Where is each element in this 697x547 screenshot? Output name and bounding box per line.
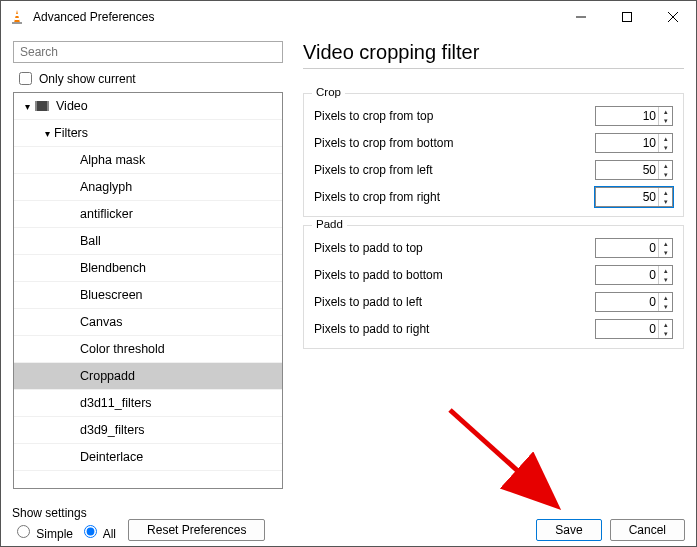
video-icon bbox=[34, 98, 50, 114]
padd-bottom-input[interactable] bbox=[596, 267, 658, 283]
padd-left-label: Pixels to padd to left bbox=[314, 295, 595, 309]
tree-filter-item[interactable]: Bluescreen bbox=[14, 282, 282, 309]
tree-filter-item-label: Anaglyph bbox=[80, 180, 132, 194]
tree-filter-item[interactable]: Color threshold bbox=[14, 336, 282, 363]
svg-rect-8 bbox=[35, 101, 49, 111]
padd-bottom-spinner[interactable]: ▴▾ bbox=[595, 265, 673, 285]
svg-rect-10 bbox=[47, 101, 49, 111]
padd-left-input[interactable] bbox=[596, 294, 658, 310]
crop-left-label: Pixels to crop from left bbox=[314, 163, 595, 177]
maximize-button[interactable] bbox=[604, 1, 650, 33]
spinner-arrows[interactable]: ▴▾ bbox=[658, 134, 672, 152]
search-input[interactable] bbox=[13, 41, 283, 63]
tree-filter-item[interactable]: Blendbench bbox=[14, 255, 282, 282]
footer: Show settings Simple All Reset Preferenc… bbox=[12, 506, 685, 541]
close-button[interactable] bbox=[650, 1, 696, 33]
tree-filter-item-label: Alpha mask bbox=[80, 153, 145, 167]
tree-node-video-label: Video bbox=[56, 99, 88, 113]
padd-group: Padd Pixels to padd to top ▴▾ Pixels to … bbox=[303, 225, 684, 349]
save-button[interactable]: Save bbox=[536, 519, 601, 541]
minimize-button[interactable] bbox=[558, 1, 604, 33]
svg-rect-2 bbox=[15, 18, 20, 20]
padd-right-input[interactable] bbox=[596, 321, 658, 337]
crop-bottom-input[interactable] bbox=[596, 135, 658, 151]
tree-filter-item[interactable]: Canvas bbox=[14, 309, 282, 336]
spinner-arrows[interactable]: ▴▾ bbox=[658, 161, 672, 179]
radio-simple[interactable]: Simple bbox=[12, 522, 73, 541]
crop-top-label: Pixels to crop from top bbox=[314, 109, 595, 123]
padd-bottom-label: Pixels to padd to bottom bbox=[314, 268, 595, 282]
padd-right-spinner[interactable]: ▴▾ bbox=[595, 319, 673, 339]
chevron-down-icon: ▾ bbox=[20, 101, 34, 112]
tree-filter-item[interactable]: Ball bbox=[14, 228, 282, 255]
crop-bottom-label: Pixels to crop from bottom bbox=[314, 136, 595, 150]
crop-bottom-spinner[interactable]: ▴▾ bbox=[595, 133, 673, 153]
spinner-arrows[interactable]: ▴▾ bbox=[658, 293, 672, 311]
tree-filter-item-label: d3d9_filters bbox=[80, 423, 145, 437]
chevron-down-icon: ▾ bbox=[40, 128, 54, 139]
show-settings-label: Show settings bbox=[12, 506, 116, 520]
crop-left-spinner[interactable]: ▴▾ bbox=[595, 160, 673, 180]
tree-filter-item-label: Canvas bbox=[80, 315, 122, 329]
titlebar: Advanced Preferences bbox=[1, 1, 696, 33]
tree-filter-item-label: antiflicker bbox=[80, 207, 133, 221]
crop-right-input[interactable] bbox=[596, 189, 658, 205]
svg-rect-3 bbox=[12, 22, 22, 24]
tree-filter-item[interactable]: antiflicker bbox=[14, 201, 282, 228]
spinner-arrows[interactable]: ▴▾ bbox=[658, 188, 672, 206]
tree-node-filters-label: Filters bbox=[54, 126, 88, 140]
tree-filter-item[interactable]: Alpha mask bbox=[14, 147, 282, 174]
crop-top-spinner[interactable]: ▴▾ bbox=[595, 106, 673, 126]
svg-marker-0 bbox=[14, 10, 20, 23]
spinner-arrows[interactable]: ▴▾ bbox=[658, 239, 672, 257]
crop-right-spinner[interactable]: ▴▾ bbox=[595, 187, 673, 207]
right-pane: Video cropping filter Crop Pixels to cro… bbox=[283, 41, 684, 489]
svg-rect-9 bbox=[35, 101, 37, 111]
tree-filter-item[interactable]: Deinterlace bbox=[14, 444, 282, 471]
crop-group: Crop Pixels to crop from top ▴▾ Pixels t… bbox=[303, 93, 684, 217]
only-show-current-input[interactable] bbox=[19, 72, 32, 85]
only-show-current-checkbox[interactable]: Only show current bbox=[13, 69, 283, 88]
tree-filter-item-label: Deinterlace bbox=[80, 450, 143, 464]
svg-rect-5 bbox=[623, 13, 632, 22]
spinner-arrows[interactable]: ▴▾ bbox=[658, 107, 672, 125]
tree-filter-item[interactable]: Anaglyph bbox=[14, 174, 282, 201]
padd-right-label: Pixels to padd to right bbox=[314, 322, 595, 336]
only-show-current-label: Only show current bbox=[39, 72, 136, 86]
spinner-arrows[interactable]: ▴▾ bbox=[658, 266, 672, 284]
cancel-button[interactable]: Cancel bbox=[610, 519, 685, 541]
radio-all[interactable]: All bbox=[79, 522, 116, 541]
padd-left-spinner[interactable]: ▴▾ bbox=[595, 292, 673, 312]
crop-left-input[interactable] bbox=[596, 162, 658, 178]
vlc-cone-icon bbox=[9, 9, 25, 25]
tree-filter-item[interactable]: d3d11_filters bbox=[14, 390, 282, 417]
window-title: Advanced Preferences bbox=[33, 10, 558, 24]
spinner-arrows[interactable]: ▴▾ bbox=[658, 320, 672, 338]
svg-rect-1 bbox=[15, 14, 19, 16]
crop-legend: Crop bbox=[312, 86, 345, 98]
left-pane: Only show current ▾ Video ▾ Filters Alph… bbox=[13, 41, 283, 489]
tree-filter-item-label: Bluescreen bbox=[80, 288, 143, 302]
page-title: Video cropping filter bbox=[303, 41, 684, 69]
tree-node-video[interactable]: ▾ Video bbox=[14, 93, 282, 120]
reset-preferences-button[interactable]: Reset Preferences bbox=[128, 519, 265, 541]
padd-top-spinner[interactable]: ▴▾ bbox=[595, 238, 673, 258]
tree-filter-item[interactable]: d3d9_filters bbox=[14, 417, 282, 444]
preferences-tree[interactable]: ▾ Video ▾ Filters Alpha maskAnaglyphanti… bbox=[13, 92, 283, 489]
tree-filter-item-label: d3d11_filters bbox=[80, 396, 152, 410]
tree-node-filters[interactable]: ▾ Filters bbox=[14, 120, 282, 147]
crop-top-input[interactable] bbox=[596, 108, 658, 124]
crop-right-label: Pixels to crop from right bbox=[314, 190, 595, 204]
padd-top-input[interactable] bbox=[596, 240, 658, 256]
tree-filter-item-label: Croppadd bbox=[80, 369, 135, 383]
tree-filter-item-label: Ball bbox=[80, 234, 101, 248]
tree-filter-item[interactable]: Croppadd bbox=[14, 363, 282, 390]
tree-filter-item-label: Color threshold bbox=[80, 342, 165, 356]
padd-legend: Padd bbox=[312, 218, 347, 230]
padd-top-label: Pixels to padd to top bbox=[314, 241, 595, 255]
tree-filter-item-label: Blendbench bbox=[80, 261, 146, 275]
